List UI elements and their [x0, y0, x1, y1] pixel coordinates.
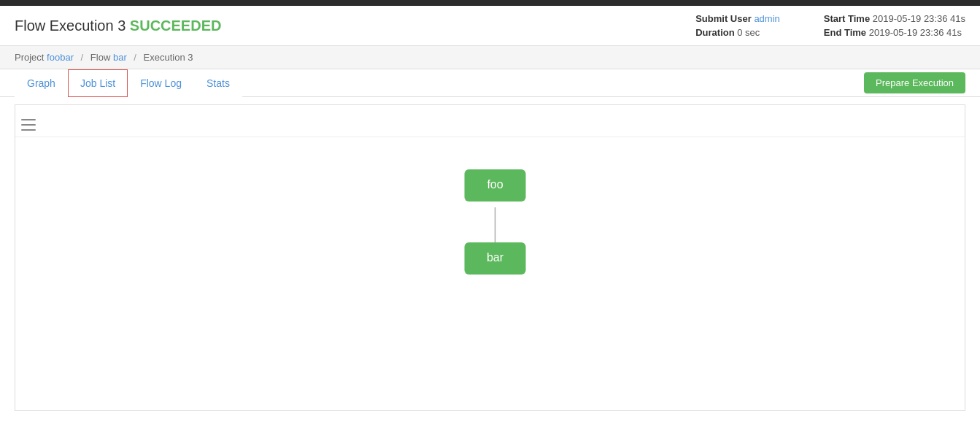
tab-job-list[interactable]: Job List — [68, 69, 128, 97]
graph-toolbar — [15, 105, 965, 137]
prepare-execution-button[interactable]: Prepare Execution — [864, 72, 965, 93]
status-badge: SUCCEEDED — [130, 18, 222, 34]
project-link[interactable]: foobar — [47, 52, 74, 63]
execution-value: 3 — [188, 52, 193, 63]
node-bar[interactable]: bar — [465, 242, 526, 275]
sep2: / — [134, 52, 136, 63]
tabs-container: Graph Job List Flow Log Stats Prepare Ex… — [0, 69, 980, 97]
svg-text:foo: foo — [487, 178, 503, 191]
tab-flow-log[interactable]: Flow Log — [128, 69, 194, 97]
page-title: Flow Execution 3 SUCCEEDED — [15, 18, 221, 34]
duration-row: Duration 0 sec — [695, 27, 780, 38]
tab-stats[interactable]: Stats — [194, 69, 242, 97]
execution-label: Execution — [144, 52, 185, 63]
breadcrumb: Project foobar / Flow bar / Execution 3 — [0, 46, 980, 69]
flow-link[interactable]: bar — [113, 52, 127, 63]
title-prefix: Flow Execution 3 — [15, 18, 126, 34]
tab-graph[interactable]: Graph — [15, 69, 68, 97]
header: Flow Execution 3 SUCCEEDED Submit User a… — [0, 6, 980, 46]
meta-left: Submit User admin Duration 0 sec — [695, 13, 780, 38]
sep1: / — [81, 52, 84, 63]
submit-user-row: Submit User admin — [695, 13, 780, 24]
project-label: Project — [15, 52, 44, 63]
end-time-row: End Time 2019-05-19 23:36 41s — [824, 27, 965, 38]
meta-right: Start Time 2019-05-19 23:36 41s End Time… — [824, 13, 965, 38]
header-meta-group: Submit User admin Duration 0 sec Start T… — [695, 13, 965, 38]
graph-area: foo bar — [15, 104, 965, 411]
layout-icon[interactable] — [21, 119, 36, 131]
top-bar — [0, 0, 980, 6]
flow-label: Flow — [90, 52, 110, 63]
start-time-row: Start Time 2019-05-19 23:36 41s — [824, 13, 965, 24]
node-foo[interactable]: foo — [465, 169, 526, 202]
graph-svg: foo bar — [15, 134, 965, 412]
tabs: Graph Job List Flow Log Stats — [15, 69, 242, 96]
svg-text:bar: bar — [487, 251, 504, 264]
